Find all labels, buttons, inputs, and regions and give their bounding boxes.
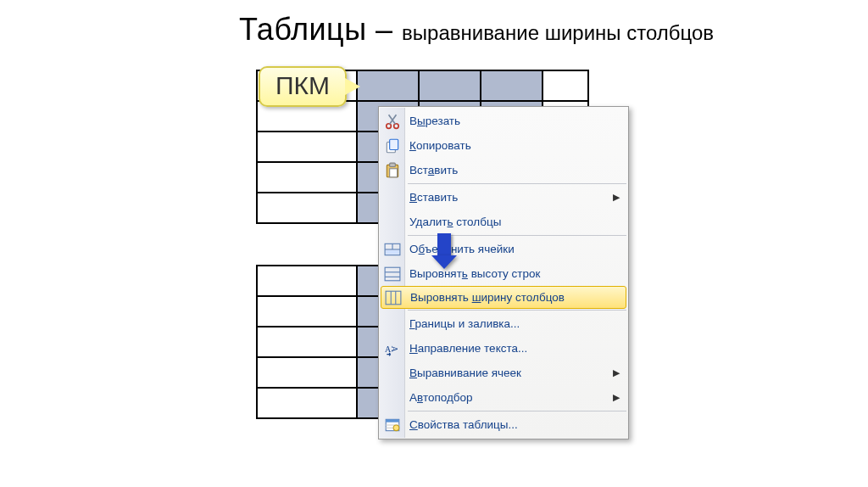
menu-item-0[interactable]: Вырезать [379,109,628,133]
menu-item-label: Выровнять высоту строк [409,267,540,280]
svg-point-23 [393,425,399,431]
svg-text:A: A [390,345,399,352]
down-arrow-annotation [431,233,457,269]
menu-item-label: Объединить ячейки [409,243,515,255]
menu-item-label: Свойства таблицы... [409,418,518,431]
menu-item-label: Вставить [409,191,458,204]
menu-item-label: Границы и заливка... [409,317,520,330]
cut-icon [384,113,401,130]
svg-rect-11 [385,267,400,281]
menu-item-label: Вставить [409,164,458,176]
svg-point-0 [387,123,392,128]
menu-separator [408,411,626,411]
text-dir-icon: AA [384,340,401,357]
menu-item-label: Выровнять ширину столбцов [410,291,565,304]
menu-item-1[interactable]: Копировать [379,133,628,158]
svg-rect-10 [386,250,399,254]
svg-rect-3 [390,139,398,149]
menu-item-label: Копировать [409,139,471,152]
submenu-arrow-icon: ▶ [613,192,620,203]
context-menu-list: ВырезатьКопироватьВставитьВставить▶Удали… [379,107,628,439]
menu-item-4[interactable]: Вставить▶ [379,185,628,210]
menu-item-label: Автоподбор [409,391,473,404]
menu-item-9[interactable]: Выровнять ширину столбцов [381,286,626,309]
menu-item-label: Выравнивание ячеек [409,367,521,379]
menu-item-14[interactable]: Автоподбор▶ [379,385,628,410]
menu-item-8[interactable]: Выровнять высоту строк [379,261,628,286]
context-menu: ВырезатьКопироватьВставитьВставить▶Удали… [378,106,629,439]
menu-separator [408,183,626,184]
table-props-icon [384,417,401,434]
title-sub: выравнивание ширины столбцов [402,21,714,44]
merge-icon [384,241,401,258]
page-title: Таблицы – выравнивание ширины столбцов [239,12,714,48]
submenu-arrow-icon: ▶ [613,367,620,378]
paste-icon [384,162,401,179]
menu-item-2[interactable]: Вставить [379,158,628,182]
menu-item-16[interactable]: Свойства таблицы... [379,412,628,437]
svg-point-1 [394,123,399,128]
svg-rect-6 [390,168,398,176]
menu-separator [408,310,626,311]
submenu-arrow-icon: ▶ [613,392,620,403]
copy-icon [384,137,401,154]
menu-item-label: Направление текста... [409,342,527,355]
col-width-icon [385,289,402,306]
menu-item-label: Вырезать [409,115,460,127]
menu-item-12[interactable]: AAНаправление текста... [379,336,628,361]
menu-item-11[interactable]: Границы и заливка... [379,311,628,336]
menu-item-label: Удалить столбцы [409,216,501,228]
menu-item-5[interactable]: Удалить столбцы [379,210,628,234]
menu-item-7[interactable]: Объединить ячейки [379,237,628,261]
title-main: Таблицы – [239,12,402,47]
menu-item-13[interactable]: Выравнивание ячеек▶ [379,361,628,385]
svg-rect-14 [386,291,401,305]
svg-rect-5 [390,163,396,166]
row-height-icon [384,266,401,283]
svg-rect-20 [386,419,399,422]
callout-right-click: ПКМ [259,66,360,107]
callout-text: ПКМ [275,71,330,99]
